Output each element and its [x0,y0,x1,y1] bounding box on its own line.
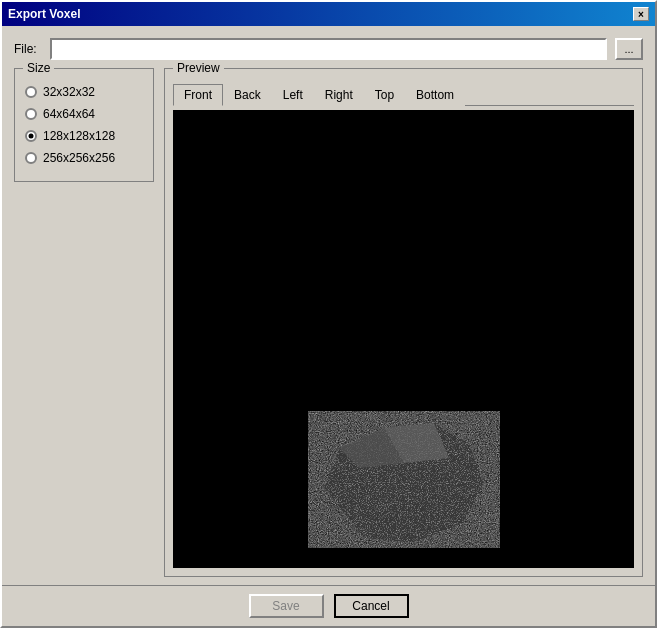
size-option-64[interactable]: 64x64x64 [25,107,143,121]
content-row: Size 32x32x32 64x64x64 128x128x128 256x2… [14,68,643,577]
radio-128[interactable] [25,130,37,142]
tab-left[interactable]: Left [272,84,314,106]
radio-label-32: 32x32x32 [43,85,95,99]
file-input[interactable] [50,38,607,60]
preview-canvas [173,110,634,568]
size-option-128[interactable]: 128x128x128 [25,129,143,143]
dialog-footer: Save Cancel [2,585,655,626]
tabs-row: Front Back Left Right Top Bottom [173,83,634,106]
save-button[interactable]: Save [249,594,324,618]
radio-256[interactable] [25,152,37,164]
radio-label-64: 64x64x64 [43,107,95,121]
tab-right[interactable]: Right [314,84,364,106]
size-option-32[interactable]: 32x32x32 [25,85,143,99]
file-row: File: ... [14,38,643,60]
tab-top[interactable]: Top [364,84,405,106]
tab-front[interactable]: Front [173,84,223,106]
dialog-body: File: ... Size 32x32x32 64x64x64 128x128… [2,26,655,585]
title-bar: Export Voxel × [2,2,655,26]
cancel-button[interactable]: Cancel [334,594,409,618]
preview-group: Preview Front Back Left Right Top Bottom [164,68,643,577]
size-option-256[interactable]: 256x256x256 [25,151,143,165]
voxel-preview-svg [304,368,504,548]
tab-back[interactable]: Back [223,84,272,106]
tab-bottom[interactable]: Bottom [405,84,465,106]
file-label: File: [14,42,42,56]
radio-32[interactable] [25,86,37,98]
size-group: Size 32x32x32 64x64x64 128x128x128 256x2… [14,68,154,182]
preview-legend: Preview [173,61,224,75]
dialog-title: Export Voxel [8,7,80,21]
radio-64[interactable] [25,108,37,120]
radio-label-256: 256x256x256 [43,151,115,165]
close-button[interactable]: × [633,7,649,21]
radio-label-128: 128x128x128 [43,129,115,143]
export-voxel-dialog: Export Voxel × File: ... Size 32x32x32 6… [0,0,657,628]
browse-button[interactable]: ... [615,38,643,60]
size-legend: Size [23,61,54,75]
